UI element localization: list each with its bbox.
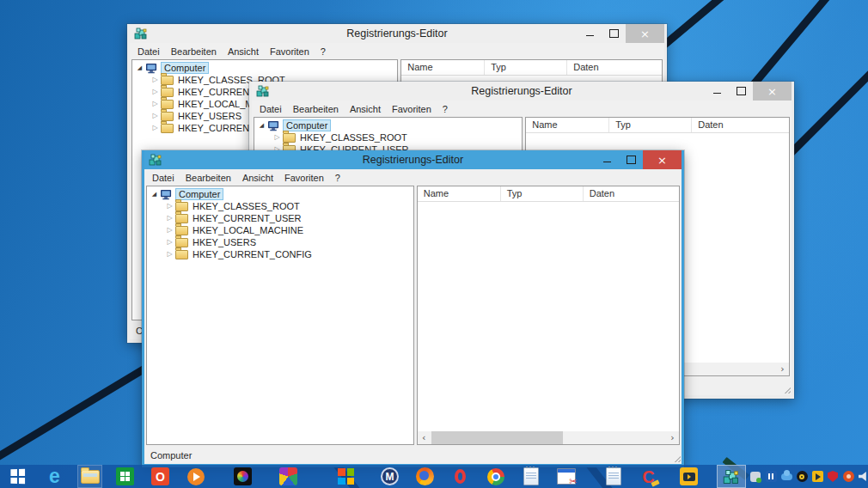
expander-collapsed-icon[interactable]: ▷ bbox=[165, 215, 174, 222]
menu-ansicht[interactable]: Ansicht bbox=[242, 173, 273, 183]
column-name[interactable]: Name bbox=[401, 60, 485, 75]
scroll-right-arrow[interactable]: › bbox=[666, 431, 679, 444]
expander-expanded-icon[interactable]: ◢ bbox=[135, 65, 144, 71]
taskbar-icon-photo-app[interactable] bbox=[230, 465, 255, 488]
resize-grip[interactable] bbox=[672, 454, 681, 462]
expander-collapsed-icon[interactable]: ▷ bbox=[165, 239, 174, 246]
list-header: Name Typ Daten bbox=[418, 186, 679, 202]
expander-collapsed-icon[interactable]: ▷ bbox=[150, 125, 160, 131]
expander-collapsed-icon[interactable]: ▷ bbox=[150, 88, 160, 95]
tray-icon-camera-app[interactable] bbox=[796, 471, 808, 483]
column-typ[interactable]: Typ bbox=[609, 118, 692, 132]
taskbar-icon-internet-explorer[interactable]: e bbox=[42, 465, 67, 488]
menu-ansicht[interactable]: Ansicht bbox=[350, 104, 381, 114]
regedit-window-front[interactable]: Registrierungs-Editor × Datei Bearbeiten… bbox=[142, 150, 684, 467]
expander-collapsed-icon[interactable]: ▷ bbox=[165, 227, 174, 234]
menu-hilfe[interactable]: ? bbox=[321, 46, 326, 57]
taskbar-icon-maxthon[interactable]: M bbox=[377, 465, 402, 488]
tray-icon-cloud-sync[interactable] bbox=[780, 471, 792, 483]
start-button[interactable] bbox=[5, 465, 30, 488]
taskbar-icon-notepad[interactable] bbox=[518, 465, 543, 488]
taskbar-icon-pinwheel-app[interactable] bbox=[276, 465, 301, 488]
scrollbar-thumb[interactable] bbox=[431, 431, 564, 444]
tree-node-hkey-classes-root[interactable]: ▷HKEY_CLASSES_ROOT bbox=[254, 131, 522, 143]
expander-collapsed-icon[interactable]: ▷ bbox=[272, 134, 282, 141]
column-name[interactable]: Name bbox=[418, 186, 501, 201]
tree-node-hkey-classes-root[interactable]: ▷HKEY_CLASSES_ROOT bbox=[147, 200, 413, 212]
scrollbar-track[interactable] bbox=[431, 431, 666, 444]
minimize-button[interactable] bbox=[578, 24, 602, 43]
column-typ[interactable]: Typ bbox=[485, 60, 567, 75]
tray-icon-download-manager[interactable] bbox=[842, 471, 854, 483]
taskbar-icon-video-app[interactable] bbox=[676, 465, 701, 488]
tray-icon-play-app[interactable] bbox=[811, 471, 823, 483]
menu-bearbeiten[interactable]: Bearbeiten bbox=[171, 46, 217, 57]
taskbar-icon-snipping-tool[interactable] bbox=[553, 465, 578, 488]
expander-collapsed-icon[interactable]: ▷ bbox=[150, 113, 160, 119]
column-typ[interactable]: Typ bbox=[501, 186, 584, 201]
tree-node-computer[interactable]: ◢ Computer bbox=[147, 188, 413, 200]
tray-icon-volume[interactable] bbox=[858, 471, 868, 483]
expander-expanded-icon[interactable]: ◢ bbox=[150, 192, 159, 198]
menu-favoriten[interactable]: Favoriten bbox=[284, 173, 324, 183]
tree-node-hkey-current-user[interactable]: ▷HKEY_CURRENT_USER bbox=[147, 212, 413, 224]
tray-icon-pause-app[interactable] bbox=[765, 471, 777, 483]
close-button[interactable]: × bbox=[643, 150, 682, 169]
tree-node-hkey-users[interactable]: ▷HKEY_USERS bbox=[147, 236, 413, 248]
tree-pane[interactable]: ◢ Computer ▷HKEY_CLASSES_ROOT ▷HKEY_CURR… bbox=[146, 186, 414, 445]
menu-hilfe[interactable]: ? bbox=[335, 173, 340, 183]
resize-grip[interactable] bbox=[782, 385, 791, 393]
minimize-button[interactable] bbox=[705, 82, 729, 101]
close-button[interactable]: × bbox=[626, 24, 664, 43]
tree-node-hkey-current-config[interactable]: ▷HKEY_CURRENT_CONFIG bbox=[147, 248, 413, 260]
menu-datei[interactable]: Datei bbox=[152, 173, 174, 183]
column-daten[interactable]: Daten bbox=[584, 186, 679, 201]
taskbar-icon-regedit[interactable] bbox=[717, 465, 746, 488]
tree-node-hkey-local-machine[interactable]: ▷HKEY_LOCAL_MACHINE bbox=[147, 224, 413, 236]
minimize-button[interactable] bbox=[595, 150, 619, 169]
menu-ansicht[interactable]: Ansicht bbox=[228, 46, 259, 57]
list-header: Name Typ Daten bbox=[526, 118, 789, 133]
taskbar-icon-file-explorer[interactable] bbox=[77, 465, 102, 488]
menu-hilfe[interactable]: ? bbox=[443, 104, 448, 114]
expander-collapsed-icon[interactable]: ▷ bbox=[165, 203, 174, 210]
maximize-button[interactable] bbox=[729, 82, 753, 101]
titlebar[interactable]: Registrierungs-Editor × bbox=[252, 82, 792, 101]
menu-bearbeiten[interactable]: Bearbeiten bbox=[186, 173, 231, 183]
tray-icon-usb-eject[interactable] bbox=[749, 471, 761, 483]
titlebar[interactable]: Registrierungs-Editor × bbox=[130, 24, 664, 43]
menu-favoriten[interactable]: Favoriten bbox=[392, 104, 431, 114]
expander-collapsed-icon[interactable]: ▷ bbox=[165, 251, 174, 258]
close-button[interactable]: × bbox=[753, 82, 792, 101]
maximize-button[interactable] bbox=[602, 24, 626, 43]
taskbar-icon-text-editor[interactable] bbox=[601, 465, 626, 488]
tray-icon-security-shield[interactable] bbox=[827, 471, 839, 483]
taskbar-icon-chrome[interactable] bbox=[483, 465, 508, 488]
menu-bearbeiten[interactable]: Bearbeiten bbox=[293, 104, 339, 114]
maximize-button[interactable] bbox=[619, 150, 643, 169]
menu-datei[interactable]: Datei bbox=[260, 104, 282, 114]
menu-datei[interactable]: Datei bbox=[138, 46, 160, 57]
column-daten[interactable]: Daten bbox=[567, 60, 662, 75]
horizontal-scrollbar[interactable]: ‹ › bbox=[418, 431, 679, 444]
column-daten[interactable]: Daten bbox=[692, 118, 789, 132]
taskbar-icon-opera[interactable] bbox=[448, 465, 473, 488]
scroll-right-arrow[interactable]: › bbox=[776, 363, 789, 375]
taskbar-icon-office[interactable]: O bbox=[148, 465, 173, 488]
taskbar-icon-firefox[interactable] bbox=[413, 465, 437, 488]
taskbar-icon-windows-store[interactable] bbox=[113, 465, 138, 488]
expander-collapsed-icon[interactable]: ▷ bbox=[150, 101, 160, 107]
desktop[interactable]: Registrierungs-Editor × Datei Bearbeiten… bbox=[0, 0, 868, 488]
expander-collapsed-icon[interactable]: ▷ bbox=[150, 76, 160, 83]
tree-node-computer[interactable]: ◢ Computer bbox=[132, 62, 397, 74]
column-name[interactable]: Name bbox=[526, 118, 609, 132]
taskbar-icon-ccleaner[interactable]: C bbox=[636, 465, 661, 488]
taskbar-icon-media-player[interactable] bbox=[183, 465, 208, 488]
menu-favoriten[interactable]: Favoriten bbox=[270, 46, 309, 57]
list-pane[interactable]: Name Typ Daten ‹ › bbox=[417, 186, 680, 445]
scroll-left-arrow[interactable]: ‹ bbox=[418, 431, 431, 444]
taskbar-icon-ms-colors[interactable] bbox=[333, 465, 358, 488]
titlebar[interactable]: Registrierungs-Editor × bbox=[144, 150, 682, 169]
tree-node-computer[interactable]: ◢ Computer bbox=[254, 119, 522, 131]
expander-expanded-icon[interactable]: ◢ bbox=[257, 123, 266, 129]
